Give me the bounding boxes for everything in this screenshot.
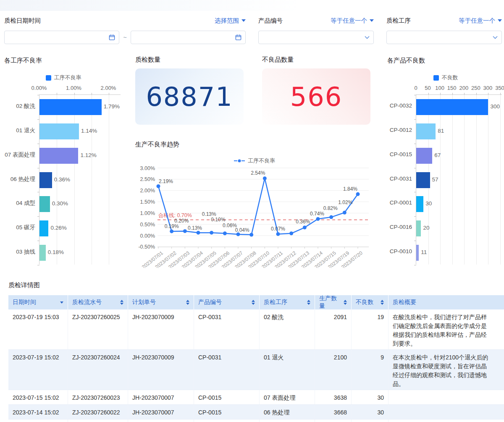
data-point[interactable] <box>276 232 280 236</box>
bar[interactable] <box>39 123 79 139</box>
category-label: 05 碾牙 <box>4 224 35 231</box>
data-point[interactable] <box>249 233 253 236</box>
column-header-计划单号[interactable]: 计划单号 <box>128 295 194 309</box>
table-row[interactable]: 2023-07-14 15:02ZJ-202307260022JH-202307… <box>8 404 504 419</box>
data-point[interactable] <box>343 211 346 215</box>
date-start-input[interactable] <box>4 31 119 44</box>
table-row[interactable]: 2023-07-14 15:00ZJ-202307260021JH-202307… <box>8 419 504 422</box>
chart-legend[interactable]: 工序不良率 <box>135 157 374 165</box>
axis-tick <box>92 93 92 95</box>
data-point[interactable] <box>316 217 320 221</box>
axis-tick <box>37 216 39 217</box>
column-header-不良数[interactable]: 不良数 <box>352 295 388 309</box>
data-point[interactable] <box>329 215 333 219</box>
bar-value-label: 20 <box>423 225 429 231</box>
column-header-质检概要[interactable]: 质检概要 <box>388 295 504 309</box>
bar[interactable] <box>416 148 432 164</box>
column-header-label: 质检概要 <box>393 299 416 306</box>
point-label: 0.10% <box>211 217 225 223</box>
product-select[interactable] <box>258 31 374 44</box>
data-point[interactable] <box>289 231 293 235</box>
bar[interactable] <box>416 196 423 212</box>
table-cell: CP-0016 <box>194 419 260 422</box>
sort-icon <box>307 300 310 305</box>
bar[interactable] <box>39 148 78 164</box>
data-point[interactable] <box>263 176 267 180</box>
sort-desc-icon <box>120 303 123 305</box>
data-point[interactable] <box>197 231 200 235</box>
bar[interactable] <box>416 99 488 115</box>
column-header-生产数量[interactable]: 生产数量 <box>315 295 352 309</box>
chart-legend[interactable]: 不良数 <box>387 74 504 81</box>
table-cell: 07 表面处理 <box>260 390 315 404</box>
table-cell: ZJ-202307260021 <box>68 419 128 422</box>
x-tick-label: 0 <box>414 85 417 91</box>
bar[interactable] <box>39 99 102 115</box>
defect-rate-trend-chart: 生产不良率趋势 工序不良率 3.00%2.50%2.00%1.50%1.00%0… <box>135 139 374 278</box>
gridline <box>92 95 92 265</box>
bar-value-label: 30 <box>425 200 432 207</box>
y-tick-label: 1.00% <box>140 210 155 216</box>
chart-legend[interactable]: 工序不良率 <box>4 74 123 81</box>
gridline <box>500 95 501 265</box>
table-cell: CP-0015 <box>194 390 260 404</box>
column-header-质检工序[interactable]: 质检工序 <box>260 295 315 309</box>
table-row[interactable]: 2023-07-19 15:03ZJ-202307260025JH-202307… <box>8 309 504 349</box>
chart-title: 各产品不良数 <box>387 57 425 65</box>
bar[interactable] <box>39 220 48 236</box>
process-operator-dropdown[interactable]: 等于任意一个 <box>459 17 502 25</box>
column-header-产品编号[interactable]: 产品编号 <box>194 295 260 309</box>
legend-label: 不良数 <box>442 74 458 81</box>
table-cell: 06 热处理 <box>260 419 315 422</box>
table-row[interactable]: 2023-07-15 15:02ZJ-202307260023JH-202307… <box>8 390 504 404</box>
sort-icon <box>120 300 123 305</box>
table-cell: 2023-07-19 15:03 <box>8 309 68 349</box>
axis-tick <box>428 93 429 95</box>
x-axis: 0.00%1.00%2.00% <box>4 85 123 92</box>
bar[interactable] <box>416 220 421 236</box>
point-label: 0.20% <box>174 218 189 224</box>
bar[interactable] <box>39 196 50 212</box>
x-tick-label: 250 <box>471 85 480 91</box>
column-header-质检流水号[interactable]: 质检流水号 <box>68 295 128 309</box>
legend-label: 工序不良率 <box>248 157 275 165</box>
sort-desc-icon <box>60 301 63 304</box>
data-point[interactable] <box>223 231 227 235</box>
gridline <box>476 95 477 265</box>
process-select[interactable] <box>386 31 502 44</box>
bar[interactable] <box>416 172 430 188</box>
column-header-日期时间[interactable]: 日期时间 <box>8 295 68 309</box>
table-cell: CP-0031 <box>194 309 260 349</box>
date-end-input[interactable] <box>131 31 246 44</box>
axis-tick <box>414 168 416 168</box>
table-cell: ZJ-202307260023 <box>68 390 128 404</box>
axis-tick <box>37 241 39 241</box>
date-range-mode-dropdown[interactable]: 选择范围 <box>215 17 246 25</box>
bar[interactable] <box>416 123 436 139</box>
table-cell: 3638 <box>315 390 352 404</box>
axis-tick <box>414 265 416 265</box>
column-header-label: 计划单号 <box>132 299 156 306</box>
sort-icon <box>381 300 384 305</box>
data-point[interactable] <box>356 192 360 196</box>
data-point[interactable] <box>303 225 307 229</box>
table-row[interactable]: 2023-07-19 15:02ZJ-202307260024JH-202307… <box>8 349 504 390</box>
calendar-icon <box>235 34 242 41</box>
data-point[interactable] <box>183 229 187 233</box>
data-point[interactable] <box>210 231 213 235</box>
bar[interactable] <box>416 245 419 261</box>
chart-title: 生产不良率趋势 <box>135 141 179 149</box>
sort-asc-icon <box>381 300 384 302</box>
gridline <box>74 95 75 265</box>
bar[interactable] <box>39 245 46 261</box>
bar[interactable] <box>39 172 52 188</box>
legend-swatch-icon <box>46 75 51 81</box>
column-header-label: 质检流水号 <box>72 299 102 306</box>
data-point[interactable] <box>170 229 173 233</box>
axis-tick <box>57 93 57 95</box>
product-operator-dropdown[interactable]: 等于任意一个 <box>331 17 374 25</box>
sort-desc-icon <box>381 303 384 305</box>
bar-value-label: 300 <box>490 103 500 110</box>
category-label: 01 退火 <box>4 127 35 134</box>
data-point[interactable] <box>157 184 160 188</box>
